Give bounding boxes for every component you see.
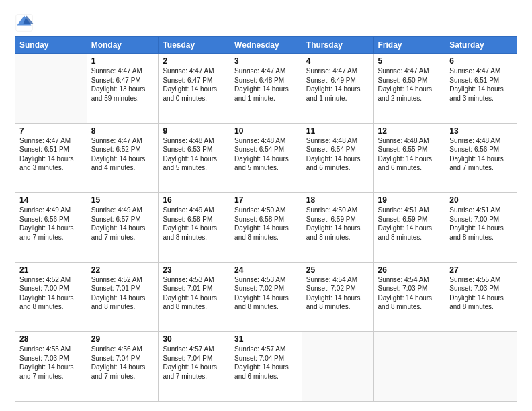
day-cell — [445, 332, 517, 402]
day-cell: 28Sunrise: 4:55 AM Sunset: 7:03 PM Dayli… — [15, 332, 87, 402]
day-detail: Sunrise: 4:53 AM Sunset: 7:02 PM Dayligh… — [234, 275, 298, 312]
week-row-0: 1Sunrise: 4:47 AM Sunset: 6:47 PM Daylig… — [15, 54, 517, 124]
day-cell: 4Sunrise: 4:47 AM Sunset: 6:49 PM Daylig… — [302, 54, 373, 124]
day-detail: Sunrise: 4:48 AM Sunset: 6:56 PM Dayligh… — [449, 136, 513, 173]
day-cell: 20Sunrise: 4:51 AM Sunset: 7:00 PM Dayli… — [445, 193, 517, 263]
day-number: 29 — [91, 334, 154, 344]
day-number: 25 — [306, 265, 369, 275]
day-number: 20 — [449, 195, 513, 205]
week-row-2: 14Sunrise: 4:49 AM Sunset: 6:56 PM Dayli… — [15, 193, 517, 263]
day-cell: 26Sunrise: 4:54 AM Sunset: 7:03 PM Dayli… — [373, 262, 445, 332]
day-cell: 13Sunrise: 4:48 AM Sunset: 6:56 PM Dayli… — [445, 123, 517, 193]
day-cell: 15Sunrise: 4:49 AM Sunset: 6:57 PM Dayli… — [87, 193, 159, 263]
day-detail: Sunrise: 4:47 AM Sunset: 6:51 PM Dayligh… — [449, 66, 513, 103]
day-number: 14 — [19, 195, 83, 205]
day-detail: Sunrise: 4:51 AM Sunset: 7:00 PM Dayligh… — [449, 205, 513, 242]
day-number: 27 — [449, 265, 513, 275]
day-detail: Sunrise: 4:47 AM Sunset: 6:47 PM Dayligh… — [91, 66, 154, 103]
day-number: 18 — [306, 195, 369, 205]
day-number: 5 — [378, 56, 441, 66]
logo — [15, 12, 36, 32]
day-cell: 2Sunrise: 4:47 AM Sunset: 6:47 PM Daylig… — [159, 54, 230, 124]
day-detail: Sunrise: 4:47 AM Sunset: 6:51 PM Dayligh… — [19, 136, 83, 173]
day-detail: Sunrise: 4:49 AM Sunset: 6:58 PM Dayligh… — [163, 205, 226, 242]
day-cell: 6Sunrise: 4:47 AM Sunset: 6:51 PM Daylig… — [445, 54, 517, 124]
day-cell: 12Sunrise: 4:48 AM Sunset: 6:55 PM Dayli… — [373, 123, 445, 193]
day-cell: 23Sunrise: 4:53 AM Sunset: 7:01 PM Dayli… — [159, 262, 230, 332]
day-number: 22 — [91, 265, 154, 275]
day-cell — [15, 54, 87, 124]
day-detail: Sunrise: 4:49 AM Sunset: 6:56 PM Dayligh… — [19, 205, 83, 242]
day-number: 10 — [234, 126, 298, 136]
calendar-table: SundayMondayTuesdayWednesdayThursdayFrid… — [15, 36, 517, 402]
col-header-monday: Monday — [87, 37, 159, 54]
page: SundayMondayTuesdayWednesdayThursdayFrid… — [0, 0, 532, 411]
week-row-1: 7Sunrise: 4:47 AM Sunset: 6:51 PM Daylig… — [15, 123, 517, 193]
day-detail: Sunrise: 4:47 AM Sunset: 6:50 PM Dayligh… — [378, 66, 441, 103]
day-number: 1 — [91, 56, 154, 66]
day-cell: 1Sunrise: 4:47 AM Sunset: 6:47 PM Daylig… — [87, 54, 159, 124]
day-cell: 27Sunrise: 4:55 AM Sunset: 7:03 PM Dayli… — [445, 262, 517, 332]
day-detail: Sunrise: 4:50 AM Sunset: 6:59 PM Dayligh… — [306, 205, 369, 242]
day-detail: Sunrise: 4:48 AM Sunset: 6:53 PM Dayligh… — [163, 136, 226, 173]
day-cell: 14Sunrise: 4:49 AM Sunset: 6:56 PM Dayli… — [15, 193, 87, 263]
col-header-tuesday: Tuesday — [159, 37, 230, 54]
day-detail: Sunrise: 4:52 AM Sunset: 7:01 PM Dayligh… — [91, 275, 154, 312]
day-detail: Sunrise: 4:50 AM Sunset: 6:58 PM Dayligh… — [234, 205, 298, 242]
day-cell: 25Sunrise: 4:54 AM Sunset: 7:02 PM Dayli… — [302, 262, 373, 332]
day-cell: 22Sunrise: 4:52 AM Sunset: 7:01 PM Dayli… — [87, 262, 159, 332]
day-number: 3 — [234, 56, 298, 66]
col-header-sunday: Sunday — [15, 37, 87, 54]
day-cell: 19Sunrise: 4:51 AM Sunset: 6:59 PM Dayli… — [373, 193, 445, 263]
day-cell: 29Sunrise: 4:56 AM Sunset: 7:04 PM Dayli… — [87, 332, 159, 402]
day-cell: 5Sunrise: 4:47 AM Sunset: 6:50 PM Daylig… — [373, 54, 445, 124]
day-detail: Sunrise: 4:57 AM Sunset: 7:04 PM Dayligh… — [234, 345, 298, 381]
week-row-3: 21Sunrise: 4:52 AM Sunset: 7:00 PM Dayli… — [15, 262, 517, 332]
day-cell: 21Sunrise: 4:52 AM Sunset: 7:00 PM Dayli… — [15, 262, 87, 332]
day-detail: Sunrise: 4:48 AM Sunset: 6:55 PM Dayligh… — [378, 136, 441, 173]
header — [15, 12, 517, 32]
day-number: 6 — [449, 56, 513, 66]
day-detail: Sunrise: 4:53 AM Sunset: 7:01 PM Dayligh… — [163, 275, 226, 312]
day-cell: 18Sunrise: 4:50 AM Sunset: 6:59 PM Dayli… — [302, 193, 373, 263]
day-detail: Sunrise: 4:47 AM Sunset: 6:47 PM Dayligh… — [163, 66, 226, 103]
day-number: 19 — [378, 195, 441, 205]
day-number: 17 — [234, 195, 298, 205]
day-detail: Sunrise: 4:54 AM Sunset: 7:03 PM Dayligh… — [378, 275, 441, 312]
header-row: SundayMondayTuesdayWednesdayThursdayFrid… — [15, 37, 517, 54]
col-header-friday: Friday — [373, 37, 445, 54]
day-cell: 8Sunrise: 4:47 AM Sunset: 6:52 PM Daylig… — [87, 123, 159, 193]
day-detail: Sunrise: 4:55 AM Sunset: 7:03 PM Dayligh… — [19, 345, 83, 381]
day-number: 26 — [378, 265, 441, 275]
day-number: 21 — [19, 265, 83, 275]
day-cell: 3Sunrise: 4:47 AM Sunset: 6:48 PM Daylig… — [230, 54, 302, 124]
day-number: 23 — [163, 265, 226, 275]
day-number: 8 — [91, 126, 154, 136]
day-detail: Sunrise: 4:48 AM Sunset: 6:54 PM Dayligh… — [306, 136, 369, 173]
day-cell — [302, 332, 373, 402]
day-detail: Sunrise: 4:52 AM Sunset: 7:00 PM Dayligh… — [19, 275, 83, 312]
day-number: 28 — [19, 334, 83, 344]
day-number: 15 — [91, 195, 154, 205]
day-number: 13 — [449, 126, 513, 136]
day-detail: Sunrise: 4:47 AM Sunset: 6:52 PM Dayligh… — [91, 136, 154, 173]
day-cell: 17Sunrise: 4:50 AM Sunset: 6:58 PM Dayli… — [230, 193, 302, 263]
day-number: 31 — [234, 334, 298, 344]
day-number: 2 — [163, 56, 226, 66]
day-detail: Sunrise: 4:47 AM Sunset: 6:48 PM Dayligh… — [234, 66, 298, 103]
day-detail: Sunrise: 4:51 AM Sunset: 6:59 PM Dayligh… — [378, 205, 441, 242]
day-cell — [373, 332, 445, 402]
day-detail: Sunrise: 4:47 AM Sunset: 6:49 PM Dayligh… — [306, 66, 369, 103]
day-number: 24 — [234, 265, 298, 275]
day-detail: Sunrise: 4:56 AM Sunset: 7:04 PM Dayligh… — [91, 345, 154, 381]
day-detail: Sunrise: 4:55 AM Sunset: 7:03 PM Dayligh… — [449, 275, 513, 312]
day-number: 30 — [163, 334, 226, 344]
day-cell: 10Sunrise: 4:48 AM Sunset: 6:54 PM Dayli… — [230, 123, 302, 193]
day-cell: 7Sunrise: 4:47 AM Sunset: 6:51 PM Daylig… — [15, 123, 87, 193]
day-number: 11 — [306, 126, 369, 136]
day-cell: 24Sunrise: 4:53 AM Sunset: 7:02 PM Dayli… — [230, 262, 302, 332]
day-cell: 9Sunrise: 4:48 AM Sunset: 6:53 PM Daylig… — [159, 123, 230, 193]
day-number: 9 — [163, 126, 226, 136]
col-header-wednesday: Wednesday — [230, 37, 302, 54]
day-cell: 11Sunrise: 4:48 AM Sunset: 6:54 PM Dayli… — [302, 123, 373, 193]
